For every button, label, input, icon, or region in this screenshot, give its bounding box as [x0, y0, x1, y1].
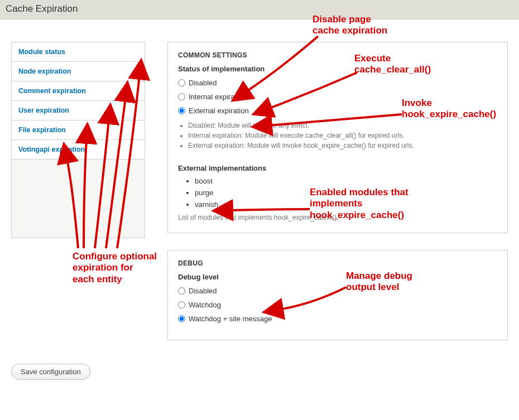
status-label: Status of implementation	[178, 65, 497, 73]
module-list: boost purge varnish	[178, 176, 497, 210]
fieldset-debug: DEBUG Debug level Disabled Watchdog Watc…	[167, 250, 508, 340]
radio-debug-watchdog-label: Watchdog	[189, 301, 221, 309]
radio-internal-label: Internal expiration	[189, 93, 246, 101]
sidebar-item-votingapi-expiration[interactable]: Votingapi expiration	[12, 140, 145, 160]
desc-line-1: Disabled: Module will not take any effec…	[188, 120, 497, 131]
desc-line-3: External expiration: Module will invoke …	[188, 141, 497, 151]
desc-line-2: Internal expiration: Module will execute…	[188, 131, 497, 141]
radio-debug-disabled-label: Disabled	[189, 287, 217, 295]
radio-disabled-input[interactable]	[178, 79, 185, 86]
radio-debug-disabled[interactable]: Disabled	[178, 287, 497, 295]
radio-debug-watchdog-msg-input[interactable]	[178, 315, 185, 322]
radio-debug-watchdog-msg-label: Watchdog + site message	[189, 315, 272, 323]
sidebar-item-comment-expiration[interactable]: Comment expiration	[12, 81, 145, 101]
sidebar-item-module-status[interactable]: Module status	[12, 42, 145, 62]
status-description: Disabled: Module will not take any effec…	[178, 120, 497, 151]
sidebar: Module status Node expiration Comment ex…	[11, 42, 145, 238]
radio-internal[interactable]: Internal expiration	[178, 93, 497, 101]
sidebar-item-user-expiration[interactable]: User expiration	[12, 101, 145, 120]
sidebar-item-file-expiration[interactable]: File expiration	[12, 120, 145, 140]
radio-disabled-label: Disabled	[189, 79, 217, 87]
legend-common: COMMON SETTINGS	[178, 51, 497, 59]
ext-impl-heading: External implementations	[178, 164, 497, 172]
module-purge: purge	[195, 187, 497, 199]
main-content: COMMON SETTINGS Status of implementation…	[167, 42, 508, 357]
radio-debug-watchdog-msg[interactable]: Watchdog + site message	[178, 315, 497, 323]
titlebar: Cache Expiration	[0, 0, 519, 20]
sidebar-item-node-expiration[interactable]: Node expiration	[12, 62, 145, 81]
radio-external-label: External expiration	[189, 107, 249, 115]
radio-external-input[interactable]	[178, 107, 185, 114]
fieldset-common: COMMON SETTINGS Status of implementation…	[167, 42, 508, 233]
legend-debug: DEBUG	[178, 259, 497, 267]
page-title: Cache Expiration	[6, 3, 513, 15]
module-varnish: varnish	[195, 199, 497, 211]
radio-debug-disabled-input[interactable]	[178, 287, 185, 295]
module-list-desc: List of modules that implements hook_exp…	[178, 214, 497, 221]
radio-internal-input[interactable]	[178, 93, 185, 100]
save-button[interactable]: Save configuration	[11, 364, 90, 380]
debug-level-label: Debug level	[178, 273, 497, 281]
sidebar-empty	[12, 160, 145, 238]
radio-debug-watchdog[interactable]: Watchdog	[178, 301, 497, 309]
radio-external[interactable]: External expiration	[178, 107, 497, 115]
module-boost: boost	[195, 176, 497, 187]
radio-disabled[interactable]: Disabled	[178, 79, 497, 87]
radio-debug-watchdog-input[interactable]	[178, 301, 185, 308]
